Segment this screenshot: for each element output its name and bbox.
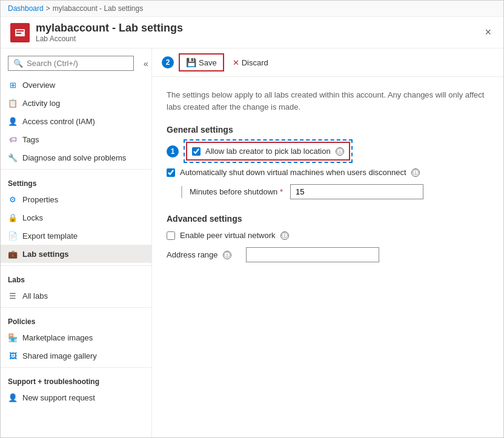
toolbar: 2 💾 Save ✕ Discard [152, 48, 503, 77]
auto-shutdown-checkbox[interactable] [167, 168, 175, 177]
sidebar-item-locks[interactable]: 🔒 Locks [1, 208, 151, 227]
info-text: The settings below apply to all labs cre… [167, 89, 489, 113]
peer-network-info-icon: ⓘ [280, 231, 289, 240]
sidebar-item-label: Shared image gallery [22, 351, 97, 360]
allow-lab-creator-checkbox[interactable] [192, 147, 201, 156]
close-button[interactable]: × [482, 24, 494, 41]
sidebar: 🔍 « ⊞ Overview 📋 Activity log 👤 Access c… [1, 48, 152, 437]
save-button[interactable]: 💾 Save [179, 53, 224, 71]
general-settings-title: General settings [167, 125, 489, 134]
sidebar-item-label: All labs [22, 291, 48, 300]
sidebar-item-label: Access control (IAM) [22, 117, 95, 126]
sidebar-item-iam[interactable]: 👤 Access control (IAM) [1, 112, 151, 130]
labs-section-label: Labs [1, 268, 151, 287]
policies-section-label: Policies [1, 310, 151, 328]
sidebar-item-export[interactable]: 📄 Export template [1, 227, 151, 245]
address-range-input[interactable] [246, 247, 379, 262]
marketplace-icon: 🏪 [8, 333, 18, 342]
sidebar-item-label: Locks [22, 213, 43, 222]
support-section-label: Support + troubleshooting [1, 370, 151, 388]
save-icon: 💾 [186, 58, 196, 67]
gallery-icon: 🖼 [8, 351, 18, 360]
properties-icon: ⚙ [8, 194, 18, 204]
sidebar-item-tags[interactable]: 🏷 Tags [1, 130, 151, 148]
search-box[interactable]: 🔍 [8, 56, 134, 71]
support-icon: 👤 [8, 393, 18, 402]
page-subtitle: Lab Account [36, 35, 183, 43]
allow-lab-creator-label: Allow lab creator to pick lab location [205, 147, 331, 156]
tags-icon: 🏷 [8, 134, 18, 144]
overview-icon: ⊞ [8, 80, 18, 90]
svg-rect-1 [16, 30, 24, 32]
address-range-label: Address range [167, 250, 218, 259]
lab-account-icon [10, 23, 30, 42]
allow-lab-creator-container: Allow lab creator to pick lab location ⓘ [186, 142, 350, 161]
indent-line [181, 186, 182, 198]
activity-log-icon: 📋 [8, 98, 18, 108]
sidebar-item-shared-image-gallery[interactable]: 🖼 Shared image gallery [1, 347, 151, 365]
allow-lab-info-icon: ⓘ [336, 147, 344, 156]
discard-icon: ✕ [233, 58, 239, 67]
minutes-input[interactable] [290, 184, 423, 199]
sidebar-item-label: Lab settings [22, 250, 69, 259]
sidebar-item-label: Properties [22, 195, 58, 204]
main-content: 2 💾 Save ✕ Discard The settings below ap… [152, 48, 503, 437]
breadcrumb-current: mylabaccount - Lab settings [53, 4, 143, 13]
sidebar-item-properties[interactable]: ⚙ Properties [1, 190, 151, 208]
breadcrumb: Dashboard > mylabaccount - Lab settings [1, 1, 503, 17]
peer-network-row: Enable peer virtual network ⓘ [167, 231, 489, 240]
sidebar-item-diagnose[interactable]: 🔧 Diagnose and solve problems [1, 148, 151, 167]
peer-network-checkbox[interactable] [167, 231, 175, 240]
sidebar-item-activity-log[interactable]: 📋 Activity log [1, 94, 151, 112]
breadcrumb-separator: > [46, 4, 50, 13]
title-bar: mylabaccount - Lab settings Lab Account … [1, 17, 503, 48]
step-2-badge: 2 [162, 56, 174, 68]
sidebar-item-label: New support request [22, 393, 95, 402]
required-star: * [280, 187, 283, 196]
address-range-info-icon: ⓘ [223, 251, 231, 259]
auto-shutdown-row: Automatically shut down virtual machines… [167, 168, 489, 177]
search-icon: 🔍 [13, 59, 23, 68]
step-1-badge: 1 [167, 145, 179, 158]
lab-settings-icon: 💼 [8, 249, 18, 259]
auto-shutdown-info-icon: ⓘ [411, 168, 420, 177]
sidebar-item-overview[interactable]: ⊞ Overview [1, 76, 151, 94]
breadcrumb-dashboard[interactable]: Dashboard [8, 4, 44, 13]
sidebar-item-marketplace-images[interactable]: 🏪 Marketplace images [1, 328, 151, 347]
address-range-row: Address range ⓘ [167, 247, 489, 262]
minutes-label: Minutes before shutdown * [190, 187, 283, 196]
export-icon: 📄 [8, 231, 18, 241]
locks-icon: 🔒 [8, 213, 18, 222]
sidebar-item-label: Overview [22, 81, 55, 90]
diagnose-icon: 🔧 [8, 153, 18, 162]
svg-rect-2 [16, 33, 21, 34]
sidebar-item-lab-settings[interactable]: 💼 Lab settings [1, 245, 151, 263]
sidebar-item-all-labs[interactable]: ☰ All labs [1, 287, 151, 305]
collapse-sidebar-button[interactable]: « [141, 58, 151, 70]
peer-network-label: Enable peer virtual network [180, 231, 276, 240]
sidebar-item-label: Tags [22, 135, 39, 144]
advanced-settings-title: Advanced settings [167, 214, 489, 224]
all-labs-icon: ☰ [8, 291, 18, 300]
discard-button[interactable]: ✕ Discard [227, 55, 274, 70]
search-input[interactable] [27, 59, 128, 68]
advanced-settings-section: Advanced settings Enable peer virtual ne… [167, 214, 489, 262]
iam-icon: 👤 [8, 116, 18, 126]
sidebar-item-label: Export template [22, 231, 78, 241]
auto-shutdown-label: Automatically shut down virtual machines… [180, 168, 406, 177]
sidebar-item-label: Marketplace images [22, 333, 93, 342]
settings-section-label: Settings [1, 172, 151, 190]
sidebar-item-new-support[interactable]: 👤 New support request [1, 388, 151, 406]
sidebar-item-label: Diagnose and solve problems [22, 153, 126, 162]
page-title: mylabaccount - Lab settings [36, 22, 183, 35]
minutes-row: Minutes before shutdown * [181, 184, 489, 199]
app-window: Dashboard > mylabaccount - Lab settings … [0, 0, 504, 438]
sidebar-item-label: Activity log [22, 99, 60, 108]
content-area: The settings below apply to all labs cre… [152, 77, 503, 437]
